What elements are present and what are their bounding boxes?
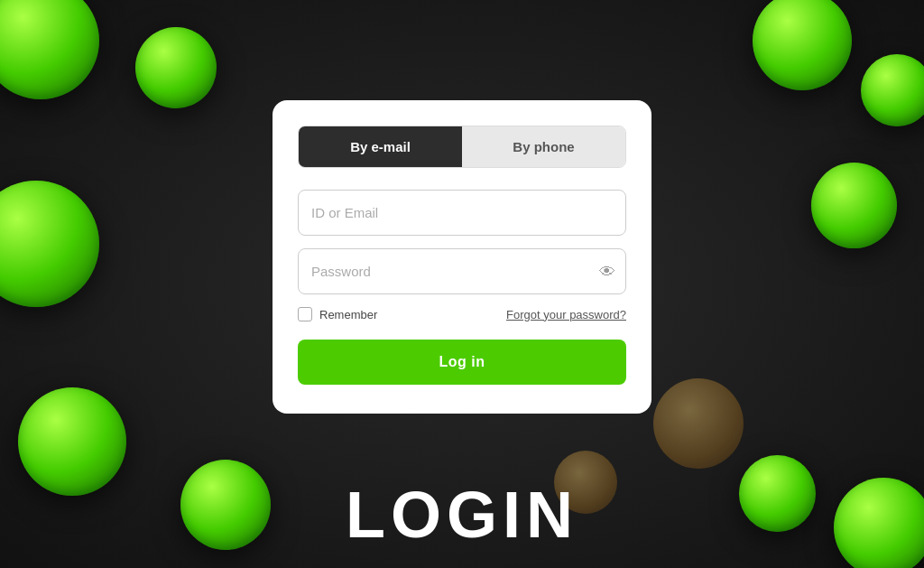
decoration-ball-8 [180,460,271,550]
decoration-orb-1 [653,378,744,469]
remember-checkbox[interactable] [298,307,312,321]
tab-by-phone[interactable]: By phone [462,126,625,167]
remember-left: Remember [298,307,377,321]
decoration-ball-2 [135,27,217,108]
decoration-ball-7 [18,387,126,496]
decoration-ball-9 [739,455,816,532]
decoration-ball-4 [861,54,924,126]
password-wrapper: 👁︎ [298,248,626,294]
login-button[interactable]: Log in [298,340,626,385]
remember-row: Remember Forgot your password? [298,307,626,321]
login-card: By e-mail By phone 👁︎ Remember Forgot yo… [273,100,651,414]
remember-label: Remember [319,308,377,321]
tab-by-email[interactable]: By e-mail [299,126,462,167]
forgot-password-link[interactable]: Forgot your password? [506,308,626,321]
eye-icon[interactable]: 👁︎ [599,262,615,281]
tab-switcher: By e-mail By phone [298,126,626,168]
page-title: LOGIN [346,478,578,552]
email-input[interactable] [298,190,626,236]
decoration-ball-6 [811,163,897,248]
password-input[interactable] [298,248,626,294]
